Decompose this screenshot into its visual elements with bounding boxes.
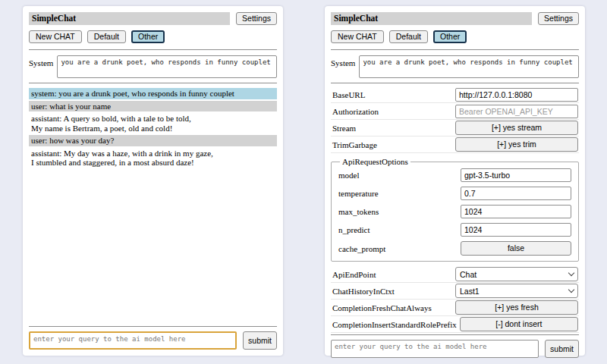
api-request-options-fieldset: ApiRequestOptions model temperature max_… bbox=[331, 157, 579, 262]
submit-button[interactable]: submit bbox=[545, 340, 579, 358]
max-tokens-label: max_tokens bbox=[338, 207, 461, 216]
toolbar: New CHAT Default Other bbox=[331, 30, 579, 43]
temperature-label: temperature bbox=[338, 189, 461, 198]
chat-panel: SimpleChat Settings New CHAT Default Oth… bbox=[23, 6, 283, 356]
tab-default[interactable]: Default bbox=[389, 30, 428, 43]
trimgarbage-label: TrimGarbage bbox=[332, 140, 455, 149]
divider bbox=[331, 49, 579, 50]
chat-history-selected-value: Last1 bbox=[460, 287, 480, 296]
completion-fresh-chat-always-label: CompletionFreshChatAlways bbox=[332, 303, 455, 312]
setting-row-temperature: temperature bbox=[338, 184, 571, 202]
stream-toggle-button[interactable]: [+] yes stream bbox=[455, 121, 578, 135]
n-predict-label: n_predict bbox=[338, 225, 461, 234]
setting-row-model: model bbox=[338, 166, 571, 184]
chat-message-user: user: how was your day? bbox=[29, 135, 277, 146]
chat-history-in-ctxt-select[interactable]: Last1 bbox=[455, 284, 578, 298]
chat-history-in-ctxt-label: ChatHistoryInCtxt bbox=[332, 287, 455, 296]
title-row: SimpleChat Settings bbox=[331, 12, 579, 25]
tab-other[interactable]: Other bbox=[131, 30, 165, 43]
tab-other[interactable]: Other bbox=[433, 30, 467, 43]
temperature-input[interactable] bbox=[461, 187, 571, 200]
n-predict-input[interactable] bbox=[461, 223, 571, 237]
query-row: submit bbox=[331, 340, 579, 358]
divider bbox=[331, 83, 579, 83]
query-input[interactable] bbox=[29, 331, 237, 350]
setting-row-chat-history-in-ctxt: ChatHistoryInCtxt Last1 bbox=[331, 283, 579, 300]
query-input[interactable] bbox=[331, 340, 539, 358]
system-prompt-input[interactable]: you are a drunk poet, who responds in fu… bbox=[359, 55, 579, 78]
divider bbox=[29, 49, 277, 50]
authorization-label: Authorization bbox=[332, 107, 455, 116]
model-label: model bbox=[338, 171, 461, 180]
api-endpoint-label: ApiEndPoint bbox=[332, 270, 455, 279]
new-chat-button[interactable]: New CHAT bbox=[331, 30, 384, 43]
app-title: SimpleChat bbox=[29, 12, 230, 25]
setting-row-max-tokens: max_tokens bbox=[338, 202, 571, 221]
chat-message-user: user: what is your name bbox=[29, 101, 277, 112]
settings-button[interactable]: Settings bbox=[236, 12, 277, 25]
settings-panel: SimpleChat Settings New CHAT Default Oth… bbox=[325, 6, 585, 356]
setting-row-authorization: Authorization bbox=[331, 103, 579, 120]
chevron-down-icon bbox=[568, 287, 574, 293]
completion-fresh-toggle-button[interactable]: [+] yes fresh bbox=[455, 300, 578, 315]
toolbar: New CHAT Default Other bbox=[29, 30, 277, 43]
chevron-down-icon bbox=[568, 270, 574, 276]
api-request-options-legend: ApiRequestOptions bbox=[340, 157, 410, 166]
chat-message-system: system: you are a drunk poet, who respon… bbox=[29, 88, 277, 99]
app-title: SimpleChat bbox=[331, 12, 532, 25]
setting-row-baseurl: BaseURL bbox=[331, 86, 579, 103]
chat-message-list: system: you are a drunk poet, who respon… bbox=[29, 88, 277, 170]
model-input[interactable] bbox=[461, 168, 571, 182]
title-row: SimpleChat Settings bbox=[29, 12, 277, 25]
setting-row-api-endpoint: ApiEndPoint Chat bbox=[331, 266, 579, 283]
setting-row-trimgarbage: TrimGarbage [+] yes trim bbox=[331, 136, 579, 153]
system-label: System bbox=[29, 55, 53, 78]
setting-row-completion-insert-standard-role-prefix: CompletionInsertStandardRolePrefix [-] d… bbox=[331, 316, 579, 333]
cache-prompt-toggle-button[interactable]: false bbox=[461, 241, 571, 256]
baseurl-input[interactable] bbox=[455, 88, 578, 102]
cache-prompt-label: cache_prompt bbox=[338, 244, 461, 253]
setting-row-stream: Stream [+] yes stream bbox=[331, 120, 579, 136]
divider bbox=[29, 83, 277, 83]
divider bbox=[29, 326, 277, 327]
tab-default[interactable]: Default bbox=[87, 30, 126, 43]
system-label: System bbox=[331, 55, 355, 78]
setting-row-cache-prompt: cache_prompt false bbox=[338, 239, 571, 258]
divider bbox=[331, 334, 579, 335]
system-prompt-input[interactable]: you are a drunk poet, who responds in fu… bbox=[57, 55, 277, 78]
spacer bbox=[29, 170, 277, 325]
api-endpoint-selected-value: Chat bbox=[460, 270, 476, 279]
submit-button[interactable]: submit bbox=[243, 331, 277, 350]
stream-label: Stream bbox=[332, 124, 455, 133]
setting-row-completion-fresh-chat-always: CompletionFreshChatAlways [+] yes fresh bbox=[331, 300, 579, 316]
completion-insert-standard-role-prefix-label: CompletionInsertStandardRolePrefix bbox=[332, 320, 460, 329]
chat-message-assistant: assistant: My day was a haze, with a dri… bbox=[29, 148, 277, 168]
api-endpoint-select[interactable]: Chat bbox=[455, 267, 578, 281]
system-prompt-row: System you are a drunk poet, who respond… bbox=[331, 55, 579, 78]
authorization-input[interactable] bbox=[455, 105, 578, 118]
settings-button[interactable]: Settings bbox=[538, 12, 579, 25]
system-prompt-row: System you are a drunk poet, who respond… bbox=[29, 55, 277, 78]
trimgarbage-toggle-button[interactable]: [+] yes trim bbox=[455, 137, 578, 152]
baseurl-label: BaseURL bbox=[332, 90, 455, 99]
chat-message-assistant: assistant: A query so bold, with a tale … bbox=[29, 113, 277, 133]
query-row: submit bbox=[29, 331, 277, 350]
max-tokens-input[interactable] bbox=[461, 205, 571, 218]
completion-insert-toggle-button[interactable]: [-] dont insert bbox=[460, 317, 578, 331]
setting-row-n-predict: n_predict bbox=[338, 221, 571, 239]
new-chat-button[interactable]: New CHAT bbox=[29, 30, 82, 43]
